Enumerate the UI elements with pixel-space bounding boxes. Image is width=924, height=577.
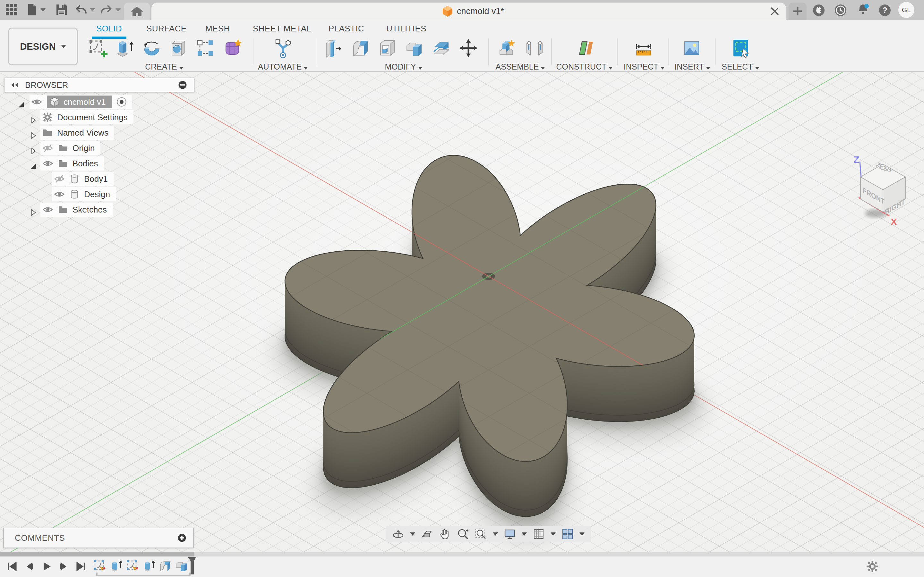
ribbon-tab-solid[interactable]: SOLID (96, 24, 122, 33)
workspace-selector[interactable]: DESIGN (8, 27, 78, 65)
app-grid-icon[interactable] (5, 3, 18, 16)
expand-arrow-icon[interactable] (30, 114, 37, 121)
pan-nav-icon[interactable] (439, 528, 451, 540)
undo-caret[interactable] (89, 3, 95, 16)
revolve-tool-icon[interactable] (141, 38, 162, 58)
timeline-position-marker[interactable] (188, 557, 196, 576)
group-label-modify[interactable]: MODIFY (362, 62, 445, 71)
timeline-feature-sketch-icon[interactable] (126, 559, 139, 572)
undo-icon[interactable] (74, 3, 87, 16)
expand-arrow-icon[interactable] (30, 129, 37, 136)
automate-tool-icon[interactable] (273, 38, 293, 58)
stepback-button[interactable] (24, 561, 35, 572)
chevron-down-icon[interactable] (410, 532, 415, 536)
tree-row-document-settings[interactable]: Document Settings (4, 110, 216, 125)
shell-tool-icon[interactable] (377, 38, 398, 58)
chevron-down-icon[interactable] (580, 532, 585, 536)
hole-tool-icon[interactable] (168, 38, 189, 58)
view-cube[interactable]: TOP FRONT RIGHT Z X (846, 153, 924, 233)
select-tool-icon[interactable] (730, 38, 751, 58)
group-label-select[interactable]: SELECT (699, 62, 782, 71)
lookat-nav-icon[interactable] (421, 528, 433, 540)
fitzoom-nav-icon[interactable] (475, 528, 487, 540)
gridset-nav-icon[interactable] (533, 528, 545, 540)
visibility-eye-icon[interactable] (42, 159, 53, 168)
comments-expand-icon[interactable] (178, 534, 186, 542)
form-tool-icon[interactable] (222, 38, 242, 58)
play-button[interactable] (41, 561, 52, 572)
pattern-tool-icon[interactable] (195, 38, 216, 58)
timeline-feature-extrude-icon[interactable] (110, 559, 123, 572)
timeline-feature-fillet-icon[interactable] (158, 559, 172, 572)
redo-caret[interactable] (115, 3, 121, 16)
tree-row-body1[interactable]: Body1 (4, 171, 216, 187)
timeline-feature-combine-icon[interactable] (175, 559, 188, 572)
visibility-eye-icon[interactable] (42, 205, 53, 214)
hidden-eye-icon[interactable] (54, 175, 65, 183)
chevron-down-icon[interactable] (551, 532, 556, 536)
ribbon-tab-plastic[interactable]: PLASTIC (328, 24, 364, 33)
move-tool-icon[interactable] (458, 38, 479, 58)
ribbon-tab-surface[interactable]: SURFACE (146, 24, 187, 33)
visibility-eye-icon[interactable] (31, 98, 42, 106)
collapse-arrow-icon[interactable] (18, 99, 24, 105)
collapse-panel-icon[interactable] (10, 82, 19, 88)
orbit-nav-icon[interactable] (392, 528, 404, 540)
sketch-tool-icon[interactable] (87, 38, 108, 58)
tree-row-named-views[interactable]: Named Views (4, 125, 216, 140)
plane-tool-icon[interactable] (575, 38, 596, 58)
extrude-tool-icon[interactable] (114, 38, 135, 58)
chevron-down-icon[interactable] (493, 532, 498, 536)
stepfwd-button[interactable] (58, 561, 69, 572)
group-label-create[interactable]: CREATE (123, 62, 206, 71)
zoom-nav-icon[interactable] (457, 528, 469, 540)
help-icon[interactable]: ? (879, 4, 891, 17)
comments-bar[interactable]: COMMENTS (3, 528, 194, 548)
extensions-icon[interactable] (813, 4, 825, 17)
panel-minimize-icon[interactable] (178, 81, 187, 89)
notifications-bell-icon[interactable] (857, 3, 869, 16)
chevron-down-icon[interactable] (522, 532, 527, 536)
tree-row-cncmold-v1[interactable]: cncmold v1 (4, 94, 216, 110)
home-tab[interactable] (124, 3, 150, 20)
image-tool-icon[interactable] (682, 38, 702, 58)
file-menu-icon[interactable] (26, 3, 39, 16)
avatar[interactable]: GL (898, 2, 914, 18)
ribbon-tab-sheet-metal[interactable]: SHEET METAL (253, 24, 312, 33)
combine-tool-icon[interactable] (404, 38, 425, 58)
file-menu-caret[interactable] (40, 3, 46, 16)
presspull-tool-icon[interactable] (323, 38, 344, 58)
viewports-nav-icon[interactable] (561, 528, 573, 540)
save-icon[interactable] (55, 3, 68, 16)
collapse-arrow-icon[interactable] (30, 160, 37, 167)
expand-arrow-icon[interactable] (30, 206, 37, 213)
tree-row-bodies[interactable]: Bodies (4, 156, 216, 171)
tree-row-origin[interactable]: Origin (4, 140, 216, 156)
browser-header[interactable]: BROWSER (4, 77, 194, 92)
redo-icon[interactable] (100, 3, 113, 16)
tree-row-sketches[interactable]: Sketches (4, 202, 216, 218)
ribbon-tab-mesh[interactable]: MESH (205, 24, 230, 33)
group-label-automate[interactable]: AUTOMATE (241, 62, 325, 71)
document-tab[interactable]: cncmold v1* (152, 3, 786, 20)
visibility-eye-icon[interactable] (54, 190, 65, 198)
skipstart-button[interactable] (6, 561, 17, 572)
job-status-icon[interactable] (834, 4, 847, 17)
new-tab-button[interactable] (788, 3, 806, 20)
timeline-settings-gear-icon[interactable] (866, 560, 879, 572)
offset-tool-icon[interactable] (431, 38, 452, 58)
joint-tool-icon[interactable] (524, 38, 545, 58)
hidden-eye-icon[interactable] (42, 144, 53, 152)
measure-tool-icon[interactable] (633, 38, 654, 58)
tree-row-design[interactable]: Design (4, 187, 216, 202)
close-tab-icon[interactable] (771, 7, 779, 15)
skipend-button[interactable] (76, 561, 87, 572)
ribbon-tab-utilities[interactable]: UTILITIES (386, 24, 426, 33)
timeline-feature-extrude-icon[interactable] (142, 559, 156, 572)
timeline-divider[interactable] (0, 552, 924, 556)
activate-radio-button[interactable] (117, 97, 126, 107)
newcomp-tool-icon[interactable] (497, 38, 518, 58)
timeline-feature-sketch-icon[interactable] (93, 559, 107, 572)
display-nav-icon[interactable] (504, 528, 516, 540)
expand-arrow-icon[interactable] (30, 145, 37, 151)
